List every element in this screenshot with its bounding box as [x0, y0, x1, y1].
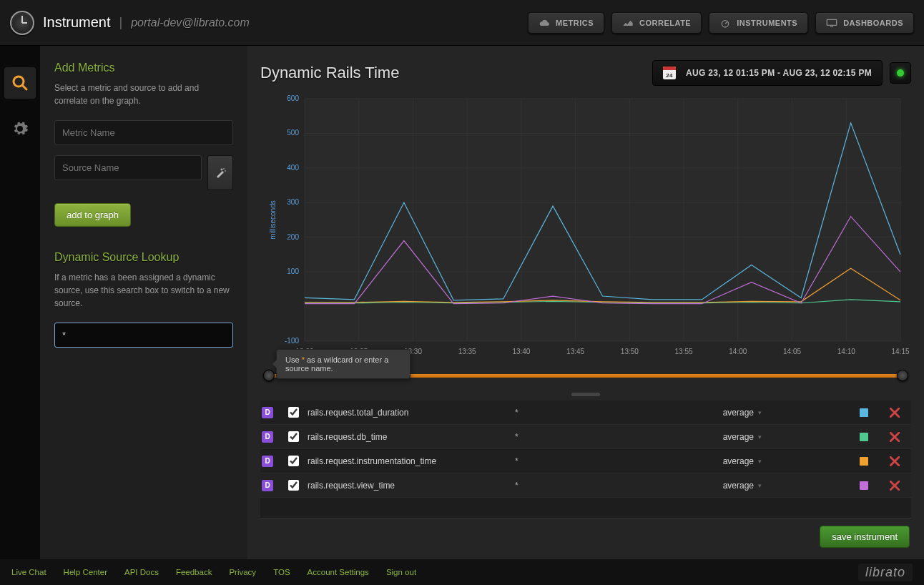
delete-metric-button[interactable]: [878, 456, 911, 466]
chart-icon: [622, 18, 634, 28]
line-chart[interactable]: 600500400300200100-10013:2013:2513:3013:…: [260, 94, 911, 363]
slider-handle-right[interactable]: [897, 370, 908, 381]
top-bar: Instrument | portal-dev@librato.com METR…: [0, 0, 924, 46]
svg-text:-100: -100: [285, 337, 299, 345]
color-swatch[interactable]: [860, 481, 868, 490]
app-name: Instrument: [43, 14, 110, 31]
sidebar: Add Metrics Select a metric and source t…: [40, 46, 247, 559]
footer-help-center[interactable]: Help Center: [64, 568, 107, 576]
date-range-picker[interactable]: 24 AUG 23, 12 01:15 PM - AUG 23, 12 02:1…: [652, 60, 883, 86]
color-swatch[interactable]: [860, 457, 868, 466]
delete-metric-button[interactable]: [878, 432, 911, 442]
close-icon: [890, 481, 900, 491]
slider-handle-left[interactable]: [263, 370, 275, 381]
content: Dynamic Rails Time 24 AUG 23, 12 01:15 P…: [247, 46, 924, 559]
footer: Live Chat Help Center API Docs Feedback …: [0, 559, 924, 585]
footer-sign-out[interactable]: Sign out: [386, 568, 416, 576]
metric-name: rails.request.db_time: [308, 432, 515, 442]
metric-aggregation: average: [694, 408, 758, 418]
svg-text:13:40: 13:40: [512, 348, 530, 355]
live-status[interactable]: [890, 62, 911, 84]
delete-metric-button[interactable]: [878, 408, 911, 418]
svg-text:14:05: 14:05: [783, 348, 801, 355]
footer-brand: librato: [858, 564, 913, 581]
metric-name: rails.request.instrumentation_time: [308, 456, 515, 466]
calendar-icon: 24: [663, 67, 676, 79]
metric-visibility-checkbox[interactable]: [288, 456, 299, 466]
svg-text:13:55: 13:55: [675, 348, 693, 355]
nav-dashboards-label: DASHBOARDS: [843, 19, 903, 27]
close-icon: [890, 456, 900, 466]
aggregation-dropdown[interactable]: ▾: [758, 433, 772, 441]
chart-title: Dynamic Rails Time: [260, 64, 399, 82]
metric-aggregation: average: [694, 456, 758, 466]
source-name-input[interactable]: [54, 155, 202, 180]
svg-text:14:00: 14:00: [729, 348, 747, 355]
dynamic-badge: D: [262, 407, 273, 418]
gear-icon: [11, 120, 29, 137]
nav-metrics-label: METRICS: [556, 19, 594, 27]
footer-privacy[interactable]: Privacy: [229, 568, 256, 576]
metric-visibility-checkbox[interactable]: [288, 480, 299, 491]
metric-name-input[interactable]: [54, 120, 233, 145]
nav-instruments[interactable]: INSTRUMENTS: [709, 12, 808, 34]
add-to-graph-button[interactable]: add to graph: [54, 203, 131, 227]
aggregation-dropdown[interactable]: ▾: [758, 409, 772, 416]
monitor-icon: [826, 18, 837, 28]
separator: |: [119, 15, 122, 30]
nav-correlate[interactable]: CORRELATE: [611, 12, 702, 34]
dynamic-source-title: Dynamic Source Lookup: [54, 251, 233, 264]
svg-rect-3: [305, 99, 900, 341]
status-led-icon: [897, 69, 904, 77]
footer-feedback[interactable]: Feedback: [176, 568, 212, 576]
metric-aggregation: average: [694, 481, 758, 491]
svg-text:300: 300: [287, 198, 299, 206]
aggregation-dropdown[interactable]: ▾: [758, 458, 772, 465]
svg-text:600: 600: [287, 94, 299, 102]
account-email[interactable]: portal-dev@librato.com: [131, 16, 250, 29]
save-instrument-button[interactable]: save instrument: [820, 526, 910, 548]
search-icon: [11, 74, 29, 92]
close-icon: [890, 432, 900, 442]
wand-button[interactable]: [207, 155, 233, 190]
svg-text:200: 200: [287, 233, 299, 241]
wand-icon: [215, 167, 226, 179]
footer-tos[interactable]: TOS: [273, 568, 290, 576]
metric-source: *: [515, 408, 694, 418]
nav-metrics[interactable]: METRICS: [528, 12, 604, 34]
footer-account-settings[interactable]: Account Settings: [308, 568, 369, 576]
metric-row: Drails.request.view_time*average▾: [260, 473, 911, 498]
svg-text:14:10: 14:10: [837, 348, 855, 355]
metric-row: Drails.request.db_time*average▾: [260, 425, 911, 449]
close-icon: [890, 408, 900, 418]
color-swatch[interactable]: [860, 433, 868, 441]
date-range-text: AUG 23, 12 01:15 PM - AUG 23, 12 02:15 P…: [686, 68, 872, 78]
clock-icon: [10, 11, 34, 35]
chart-area: 600500400300200100-10013:2013:2513:3013:…: [260, 94, 911, 363]
footer-live-chat[interactable]: Live Chat: [11, 568, 46, 576]
delete-metric-button[interactable]: [878, 481, 911, 491]
metric-source: *: [515, 432, 694, 442]
icon-rail: [0, 46, 40, 559]
svg-text:13:50: 13:50: [621, 348, 639, 355]
rail-search[interactable]: [4, 67, 36, 99]
dynamic-badge: D: [262, 480, 273, 491]
color-swatch[interactable]: [860, 408, 868, 417]
metric-visibility-checkbox[interactable]: [288, 407, 299, 418]
nav-dashboards[interactable]: DASHBOARDS: [815, 12, 914, 34]
drag-handle-icon[interactable]: [571, 393, 600, 396]
dynamic-source-input[interactable]: [54, 323, 233, 348]
dynamic-source-desc: If a metric has a been assigned a dynami…: [54, 271, 233, 310]
aggregation-dropdown[interactable]: ▾: [758, 482, 772, 489]
nav-correlate-label: CORRELATE: [639, 19, 691, 27]
metric-row: Drails.request.instrumentation_time*aver…: [260, 449, 911, 473]
gauge-icon: [719, 18, 731, 28]
svg-text:500: 500: [287, 129, 299, 137]
footer-api-docs[interactable]: API Docs: [124, 568, 159, 576]
metric-source: *: [515, 456, 694, 466]
svg-rect-1: [827, 19, 836, 25]
rail-settings[interactable]: [4, 113, 36, 144]
metric-visibility-checkbox[interactable]: [288, 431, 299, 442]
metric-aggregation: average: [694, 432, 758, 442]
table-spacer: [260, 498, 911, 518]
